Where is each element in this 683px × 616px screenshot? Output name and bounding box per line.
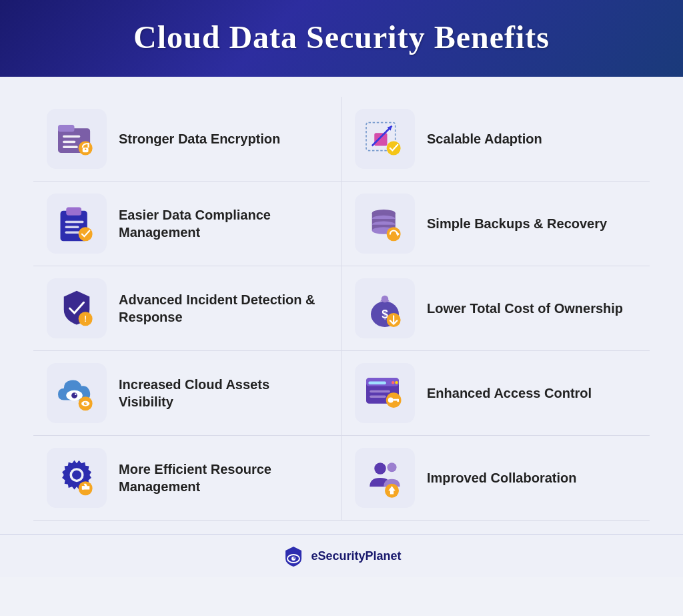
benefits-grid: Stronger Data Encryption Scalable Ad — [33, 97, 650, 521]
svg-point-44 — [392, 381, 394, 384]
svg-rect-4 — [63, 146, 78, 149]
compliance-icon — [53, 200, 100, 247]
svg-rect-43 — [369, 382, 386, 384]
resource-icon-box — [47, 448, 107, 508]
svg-point-36 — [75, 393, 77, 395]
footer: eSecurityPlanet — [0, 534, 683, 577]
list-item: Scalable Adaption — [342, 97, 650, 182]
svg-rect-1 — [58, 125, 75, 132]
collaboration-icon — [362, 454, 408, 501]
cost-icon-box: $ — [355, 278, 415, 338]
svg-rect-47 — [370, 396, 386, 398]
brand-icon — [281, 544, 305, 568]
svg-rect-16 — [65, 226, 79, 229]
brand-name: eSecurityPlanet — [311, 549, 401, 563]
incident-icon-box: ! — [47, 278, 107, 338]
collaboration-icon-box — [355, 448, 415, 508]
resource-icon — [53, 454, 100, 501]
svg-rect-55 — [82, 486, 85, 489]
svg-point-40 — [85, 402, 87, 404]
cloud-label: Increased Cloud Assets Visibility — [119, 376, 327, 410]
svg-rect-51 — [397, 399, 399, 402]
cost-label: Lower Total Cost of Ownership — [427, 300, 623, 317]
svg-rect-9 — [374, 133, 387, 145]
compliance-label: Easier Data Compliance Management — [119, 206, 327, 241]
svg-point-39 — [84, 402, 87, 405]
list-item: Simple Backups & Recovery — [342, 182, 650, 266]
svg-point-31 — [382, 296, 389, 303]
list-item: Increased Cloud Assets Visibility — [33, 351, 342, 436]
list-item: Improved Collaboration — [342, 436, 650, 521]
svg-rect-46 — [370, 390, 390, 393]
list-item: Easier Data Compliance Management — [33, 182, 342, 266]
svg-point-62 — [293, 557, 295, 559]
list-item: More Efficient Resource Management — [33, 436, 342, 521]
backup-label: Simple Backups & Recovery — [427, 215, 607, 232]
svg-point-56 — [374, 463, 386, 475]
encryption-icon — [53, 115, 100, 162]
cost-icon: $ — [362, 285, 408, 332]
incident-label: Advanced Incident Detection & Response — [119, 291, 327, 326]
list-item: Stronger Data Encryption — [33, 97, 342, 182]
svg-point-45 — [395, 381, 398, 384]
scalable-label: Scalable Adaption — [427, 130, 542, 147]
access-label: Enhanced Access Control — [427, 384, 592, 402]
resource-label: More Efficient Resource Management — [119, 460, 327, 495]
svg-rect-3 — [63, 141, 75, 143]
access-icon-box — [355, 363, 415, 423]
scalable-icon-box — [355, 109, 415, 169]
svg-rect-14 — [66, 208, 81, 216]
header: Cloud Data Security Benefits — [0, 0, 683, 77]
compliance-icon-box — [47, 194, 107, 254]
list-item: $ Lower Total Cost of Ownership — [342, 266, 650, 351]
main-content: Stronger Data Encryption Scalable Ad — [0, 77, 683, 534]
incident-icon: ! — [53, 285, 100, 332]
svg-point-53 — [72, 471, 81, 480]
svg-point-7 — [85, 148, 87, 150]
svg-text:!: ! — [84, 314, 87, 324]
backup-icon-box — [355, 194, 415, 254]
scalable-icon — [362, 115, 408, 162]
svg-point-35 — [71, 392, 77, 398]
svg-point-57 — [388, 463, 397, 472]
cloud-icon-box — [47, 363, 107, 423]
encryption-icon-box — [47, 109, 107, 169]
svg-point-61 — [291, 557, 295, 561]
svg-point-49 — [388, 398, 394, 403]
backup-icon — [362, 200, 408, 247]
access-icon — [362, 370, 408, 416]
collaboration-label: Improved Collaboration — [427, 469, 576, 487]
page-title: Cloud Data Security Benefits — [27, 19, 656, 55]
list-item: Enhanced Access Control — [342, 351, 650, 436]
svg-rect-2 — [63, 135, 80, 138]
svg-rect-15 — [65, 221, 84, 224]
brand-logo: eSecurityPlanet — [281, 544, 401, 568]
list-item: ! Advanced Incident Detection & Response — [33, 266, 342, 351]
encryption-label: Stronger Data Encryption — [119, 130, 280, 147]
cloud-icon — [53, 370, 100, 416]
